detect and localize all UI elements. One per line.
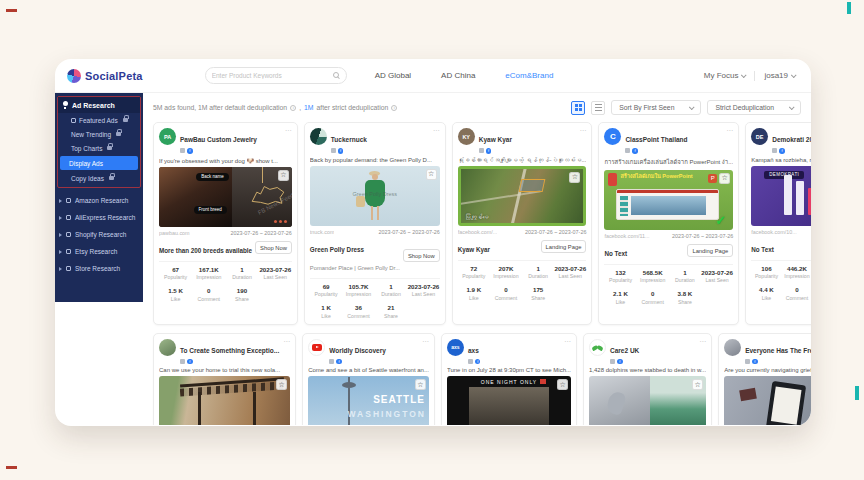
dedup-select[interactable]: Strict Deduplication	[707, 100, 801, 115]
ad-card[interactable]: PA PawBau Custom Jewelry f ⋯ If you're o…	[153, 122, 298, 325]
search-box[interactable]	[205, 67, 347, 84]
shop-now-button[interactable]: Shop Now	[403, 249, 440, 262]
ad-card[interactable]: Care2 UK f ⋯ 1,428 dolphins were stabbed…	[583, 333, 712, 426]
advertiser-name[interactable]: Kyaw Kyar	[479, 136, 512, 143]
ad-creative[interactable]: ☆	[589, 376, 706, 425]
more-options-icon[interactable]: ⋯	[283, 339, 290, 345]
search-input[interactable]	[212, 72, 329, 79]
ad-card[interactable]: Worldly Discovery f ⋯ Come and see a bit…	[302, 333, 435, 426]
advertiser-name[interactable]: Demokrati 2023	[772, 136, 811, 143]
advertiser-name[interactable]: Tuckernuck	[331, 136, 367, 143]
checkmark-icon: ✓	[715, 213, 726, 228]
ad-creative[interactable]: ONE NIGHT ONLY ☆	[447, 376, 571, 425]
ad-creative[interactable]: SEATTLE WASHINGTON ☆	[308, 376, 429, 425]
ad-date-range: 2023-07-26 ~ 2023-07-26	[672, 233, 733, 239]
favorite-icon[interactable]: ☆	[276, 379, 287, 390]
ad-card[interactable]: Everyone Has The Freedom To... f ⋯ Are y…	[718, 333, 811, 426]
sidebar-item-amazon-research[interactable]: Amazon Research	[55, 192, 143, 209]
sidebar-item-top-charts[interactable]: Top Charts	[58, 141, 140, 155]
advertiser-avatar[interactable]	[159, 339, 176, 356]
advertiser-name[interactable]: ClassPoint Thailand	[625, 136, 687, 143]
advertiser-avatar[interactable]: C	[604, 128, 621, 145]
ad-domain[interactable]: facebook.com/...	[458, 229, 498, 235]
sidebar-item-featured-ads[interactable]: Featured Ads	[58, 113, 140, 127]
advertiser-avatar[interactable]	[589, 339, 606, 356]
ad-creative[interactable]: ☆	[724, 376, 811, 425]
advertiser-avatar[interactable]	[724, 339, 741, 356]
ad-card[interactable]: axs axs f ⋯ Tune in on July 28 at 9:30pm…	[441, 333, 577, 426]
advertiser-avatar[interactable]: axs	[447, 339, 464, 356]
sort-select[interactable]: Sort By First Seen	[611, 100, 701, 115]
list-view-toggle[interactable]	[591, 101, 605, 115]
facebook-icon: f	[187, 359, 193, 365]
advertiser-avatar[interactable]: PA	[159, 128, 176, 145]
ad-domain[interactable]: tnuck.com	[310, 229, 335, 235]
ad-domain[interactable]: facebook.com/10...	[751, 229, 797, 235]
advertiser-avatar[interactable]	[308, 339, 325, 356]
advertiser-name[interactable]: Everyone Has The Freedom To...	[745, 347, 811, 354]
info-icon[interactable]: i	[391, 105, 397, 111]
ad-headline: No Text	[751, 246, 774, 253]
tab-ad-china[interactable]: AD China	[441, 71, 475, 80]
app-header: SocialPeta AD Global AD China eCom&Brand…	[55, 59, 811, 93]
ad-text: Come and see a bit of Seattle waterfront…	[308, 367, 429, 373]
sidebar-item-store-research[interactable]: Store Research	[55, 260, 143, 277]
ad-creative[interactable]: ☆	[159, 376, 290, 425]
ad-creative[interactable]: Green Polly Dress ☆	[310, 166, 440, 226]
ad-card[interactable]: DE Demokrati 2023 f ⋯ Kampaň sa rozbieha…	[745, 122, 811, 325]
sidebar-item-new-trending[interactable]: New Trending	[58, 127, 140, 141]
advertiser-name[interactable]: Care2 UK	[610, 347, 639, 354]
advertiser-name[interactable]: To Create Something Exceptio...	[180, 347, 279, 354]
favorite-icon[interactable]: ☆	[426, 169, 437, 180]
user-menu[interactable]: josa19	[764, 71, 795, 80]
more-options-icon[interactable]: ⋯	[564, 339, 571, 345]
ad-domain[interactable]: pawbau.com	[159, 230, 190, 236]
advertiser-avatar[interactable]: DE	[751, 128, 768, 145]
sidebar-item-display-ads[interactable]: Display Ads	[60, 156, 138, 170]
advertiser-name[interactable]: PawBau Custom Jewelry	[180, 136, 257, 143]
more-options-icon[interactable]: ⋯	[285, 128, 292, 134]
ad-creative[interactable]: สร้างสไลด์เกมใน PowerPoint ✓ ☆	[604, 170, 733, 230]
favorite-icon[interactable]: ☆	[569, 172, 580, 183]
ad-creative[interactable]: Back name Front breed FB News Feed ☆	[159, 167, 292, 227]
advertiser-avatar[interactable]: KY	[458, 128, 475, 145]
ad-card[interactable]: C ClassPoint Thailand f ⋯ การสร้างเกมเคร…	[598, 122, 739, 325]
ad-domain[interactable]: facebook.com/11...	[604, 233, 649, 239]
sidebar-item-copy-ideas[interactable]: Copy Ideas	[58, 171, 140, 185]
grid-view-toggle[interactable]	[571, 101, 585, 115]
sidebar-item-shopify-research[interactable]: Shopify Research	[55, 226, 143, 243]
favorite-icon[interactable]: ☆	[692, 379, 703, 390]
strict-dedup-count[interactable]: 1M	[304, 104, 313, 111]
landing-page-button[interactable]: Landing Page	[541, 240, 587, 253]
search-icon[interactable]	[333, 72, 340, 79]
sidebar-item-ad-research[interactable]: Ad Research	[58, 97, 140, 113]
advertiser-name[interactable]: axs	[468, 347, 479, 354]
ad-creative[interactable]: DEMOKRATI FB News Feed ☆	[751, 166, 811, 226]
network-icon	[610, 359, 615, 364]
favorite-icon[interactable]: ☆	[557, 379, 568, 390]
info-icon[interactable]: i	[290, 105, 296, 111]
more-options-icon[interactable]: ⋯	[422, 339, 429, 345]
sidebar-item-aliexpress-research[interactable]: AliExpress Research	[55, 209, 143, 226]
shop-now-button[interactable]: Shop Now	[255, 241, 292, 254]
favorite-icon[interactable]: ☆	[719, 173, 730, 184]
chevron-down-icon	[791, 72, 797, 78]
more-options-icon[interactable]: ⋯	[726, 128, 733, 134]
sidebar-item-etsy-research[interactable]: Etsy Research	[55, 243, 143, 260]
ad-card[interactable]: KY Kyaw Kyar f ⋯ ရုံးခန်းထားရင်အကျိုးမျာ…	[452, 122, 593, 325]
ad-card[interactable]: Tuckernuck f ⋯ Back by popular demand: t…	[304, 122, 446, 325]
my-focus-menu[interactable]: My Focus	[704, 71, 746, 80]
more-options-icon[interactable]: ⋯	[433, 128, 440, 134]
ad-card[interactable]: To Create Something Exceptio... f ⋯ Can …	[153, 333, 296, 426]
advertiser-name[interactable]: Worldly Discovery	[329, 347, 386, 354]
landing-page-button[interactable]: Landing Page	[687, 244, 733, 257]
ad-creative[interactable]: မြကျွန်းမေ ☆	[458, 166, 587, 226]
more-options-icon[interactable]: ⋯	[579, 128, 586, 134]
favorite-icon[interactable]: ☆	[278, 170, 289, 181]
more-options-icon[interactable]: ⋯	[699, 339, 706, 345]
favorite-icon[interactable]: ☆	[415, 379, 426, 390]
logo[interactable]: SocialPeta	[67, 69, 143, 83]
advertiser-avatar[interactable]	[310, 128, 327, 145]
tab-ad-global[interactable]: AD Global	[375, 71, 411, 80]
tab-ecom-brand[interactable]: eCom&Brand	[505, 71, 553, 80]
